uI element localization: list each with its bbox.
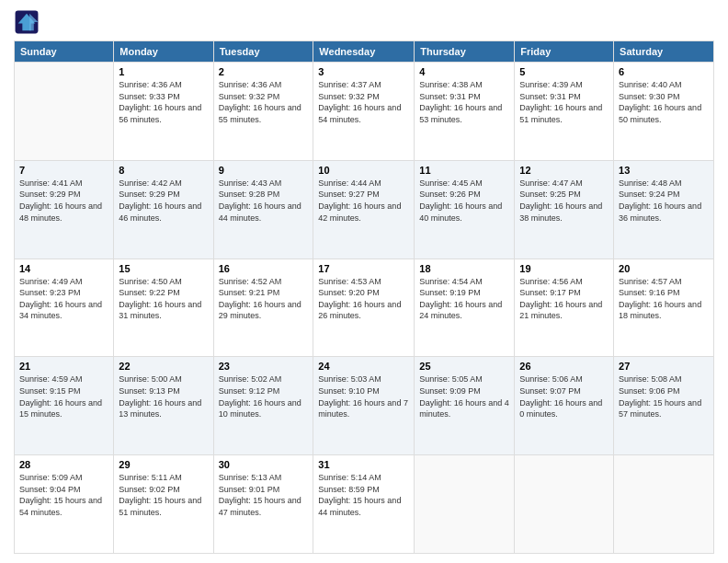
- day-info: Sunrise: 4:39 AMSunset: 9:31 PMDaylight:…: [519, 79, 609, 125]
- calendar-cell: 29Sunrise: 5:11 AMSunset: 9:02 PMDayligh…: [114, 455, 213, 554]
- day-number: 14: [19, 263, 108, 274]
- day-info: Sunrise: 5:14 AMSunset: 8:59 PMDaylight:…: [318, 472, 409, 518]
- day-info: Sunrise: 4:59 AMSunset: 9:15 PMDaylight:…: [19, 373, 108, 419]
- calendar-cell: 28Sunrise: 5:09 AMSunset: 9:04 PMDayligh…: [15, 455, 114, 554]
- sunrise-text: Sunrise: 4:59 AM: [19, 373, 108, 385]
- day-number: 25: [419, 361, 509, 372]
- calendar-body: 1Sunrise: 4:36 AMSunset: 9:33 PMDaylight…: [15, 63, 714, 554]
- header-cell-wednesday: Wednesday: [313, 41, 415, 63]
- sunrise-text: Sunrise: 4:54 AM: [419, 276, 509, 288]
- sunset-text: Sunset: 9:09 PM: [419, 385, 509, 397]
- day-number: 4: [419, 66, 509, 77]
- sunset-text: Sunset: 9:32 PM: [219, 91, 309, 103]
- sunrise-text: Sunrise: 4:43 AM: [219, 178, 309, 190]
- calendar-week-row: 28Sunrise: 5:09 AMSunset: 9:04 PMDayligh…: [15, 455, 714, 554]
- sunset-text: Sunset: 9:19 PM: [419, 287, 509, 299]
- daylight-text: Daylight: 16 hours and 10 minutes.: [219, 397, 309, 420]
- sunset-text: Sunset: 9:12 PM: [219, 385, 309, 397]
- calendar-cell: 17Sunrise: 4:53 AMSunset: 9:20 PMDayligh…: [313, 259, 415, 357]
- day-number: 9: [219, 165, 309, 176]
- sunrise-text: Sunrise: 4:37 AM: [318, 79, 409, 91]
- daylight-text: Daylight: 16 hours and 53 minutes.: [419, 102, 509, 125]
- daylight-text: Daylight: 16 hours and 40 minutes.: [419, 201, 509, 224]
- calendar-week-row: 7Sunrise: 4:41 AMSunset: 9:29 PMDaylight…: [15, 160, 714, 259]
- day-info: Sunrise: 5:11 AMSunset: 9:02 PMDaylight:…: [119, 472, 208, 518]
- daylight-text: Daylight: 16 hours and 42 minutes.: [318, 201, 409, 224]
- sunrise-text: Sunrise: 5:11 AM: [119, 472, 208, 484]
- sunset-text: Sunset: 9:10 PM: [318, 385, 409, 397]
- sunset-text: Sunset: 9:31 PM: [419, 91, 509, 103]
- sunrise-text: Sunrise: 4:44 AM: [318, 178, 409, 190]
- sunrise-text: Sunrise: 4:52 AM: [219, 276, 309, 288]
- day-number: 5: [519, 66, 609, 77]
- day-info: Sunrise: 4:52 AMSunset: 9:21 PMDaylight:…: [219, 276, 309, 322]
- day-number: 28: [19, 459, 108, 470]
- sunset-text: Sunset: 9:22 PM: [119, 287, 208, 299]
- day-number: 26: [519, 361, 609, 372]
- sunset-text: Sunset: 9:32 PM: [318, 91, 409, 103]
- day-number: 13: [619, 165, 709, 176]
- daylight-text: Daylight: 16 hours and 13 minutes.: [119, 397, 208, 420]
- header: [14, 9, 714, 35]
- day-number: 20: [619, 263, 709, 274]
- sunrise-text: Sunrise: 4:49 AM: [19, 276, 108, 288]
- day-info: Sunrise: 4:38 AMSunset: 9:31 PMDaylight:…: [419, 79, 509, 125]
- calendar-cell: 7Sunrise: 4:41 AMSunset: 9:29 PMDaylight…: [15, 160, 114, 259]
- sunset-text: Sunset: 9:02 PM: [119, 484, 208, 496]
- daylight-text: Daylight: 16 hours and 0 minutes.: [519, 397, 609, 420]
- sunset-text: Sunset: 9:29 PM: [119, 189, 208, 201]
- logo: [14, 9, 43, 35]
- calendar-cell: [614, 455, 714, 554]
- day-number: 23: [219, 361, 309, 372]
- day-info: Sunrise: 4:45 AMSunset: 9:26 PMDaylight:…: [419, 178, 509, 224]
- daylight-text: Daylight: 16 hours and 54 minutes.: [318, 102, 409, 125]
- daylight-text: Daylight: 16 hours and 26 minutes.: [318, 299, 409, 322]
- day-info: Sunrise: 4:43 AMSunset: 9:28 PMDaylight:…: [219, 178, 309, 224]
- daylight-text: Daylight: 16 hours and 24 minutes.: [419, 299, 509, 322]
- calendar-cell: 10Sunrise: 4:44 AMSunset: 9:27 PMDayligh…: [313, 160, 415, 259]
- sunset-text: Sunset: 9:26 PM: [419, 189, 509, 201]
- sunset-text: Sunset: 9:01 PM: [219, 484, 309, 496]
- calendar-cell: 2Sunrise: 4:36 AMSunset: 9:32 PMDaylight…: [213, 63, 313, 161]
- daylight-text: Daylight: 16 hours and 56 minutes.: [119, 102, 208, 125]
- calendar-cell: 12Sunrise: 4:47 AMSunset: 9:25 PMDayligh…: [515, 160, 614, 259]
- sunrise-text: Sunrise: 5:06 AM: [519, 373, 609, 385]
- day-info: Sunrise: 4:42 AMSunset: 9:29 PMDaylight:…: [119, 178, 208, 224]
- calendar-cell: 15Sunrise: 4:50 AMSunset: 9:22 PMDayligh…: [114, 259, 213, 357]
- daylight-text: Daylight: 16 hours and 4 minutes.: [419, 397, 509, 420]
- sunset-text: Sunset: 9:24 PM: [619, 189, 709, 201]
- day-number: 21: [19, 361, 108, 372]
- day-info: Sunrise: 5:02 AMSunset: 9:12 PMDaylight:…: [219, 373, 309, 419]
- calendar-cell: 3Sunrise: 4:37 AMSunset: 9:32 PMDaylight…: [313, 63, 415, 161]
- calendar-cell: 27Sunrise: 5:08 AMSunset: 9:06 PMDayligh…: [614, 357, 714, 455]
- header-row: SundayMondayTuesdayWednesdayThursdayFrid…: [15, 41, 714, 63]
- day-info: Sunrise: 4:57 AMSunset: 9:16 PMDaylight:…: [619, 276, 709, 322]
- sunset-text: Sunset: 9:33 PM: [119, 91, 208, 103]
- daylight-text: Daylight: 16 hours and 21 minutes.: [519, 299, 609, 322]
- day-info: Sunrise: 4:48 AMSunset: 9:24 PMDaylight:…: [619, 178, 709, 224]
- day-info: Sunrise: 4:47 AMSunset: 9:25 PMDaylight:…: [519, 178, 609, 224]
- daylight-text: Daylight: 16 hours and 29 minutes.: [219, 299, 309, 322]
- sunrise-text: Sunrise: 4:38 AM: [419, 79, 509, 91]
- calendar-cell: 23Sunrise: 5:02 AMSunset: 9:12 PMDayligh…: [213, 357, 313, 455]
- sunset-text: Sunset: 9:31 PM: [519, 91, 609, 103]
- day-number: 3: [318, 66, 409, 77]
- calendar-cell: 18Sunrise: 4:54 AMSunset: 9:19 PMDayligh…: [415, 259, 515, 357]
- day-number: 15: [119, 263, 208, 274]
- day-info: Sunrise: 4:50 AMSunset: 9:22 PMDaylight:…: [119, 276, 208, 322]
- daylight-text: Daylight: 16 hours and 38 minutes.: [519, 201, 609, 224]
- day-number: 19: [519, 263, 609, 274]
- calendar-header: SundayMondayTuesdayWednesdayThursdayFrid…: [15, 41, 714, 63]
- calendar-week-row: 1Sunrise: 4:36 AMSunset: 9:33 PMDaylight…: [15, 63, 714, 161]
- day-number: 1: [119, 66, 208, 77]
- header-cell-saturday: Saturday: [614, 41, 714, 63]
- calendar-cell: 1Sunrise: 4:36 AMSunset: 9:33 PMDaylight…: [114, 63, 213, 161]
- sunrise-text: Sunrise: 4:39 AM: [519, 79, 609, 91]
- calendar-cell: 14Sunrise: 4:49 AMSunset: 9:23 PMDayligh…: [15, 259, 114, 357]
- sunrise-text: Sunrise: 5:13 AM: [219, 472, 309, 484]
- day-info: Sunrise: 4:49 AMSunset: 9:23 PMDaylight:…: [19, 276, 108, 322]
- sunrise-text: Sunrise: 5:08 AM: [619, 373, 709, 385]
- daylight-text: Daylight: 16 hours and 7 minutes.: [318, 397, 409, 420]
- calendar-cell: 24Sunrise: 5:03 AMSunset: 9:10 PMDayligh…: [313, 357, 415, 455]
- day-info: Sunrise: 4:53 AMSunset: 9:20 PMDaylight:…: [318, 276, 409, 322]
